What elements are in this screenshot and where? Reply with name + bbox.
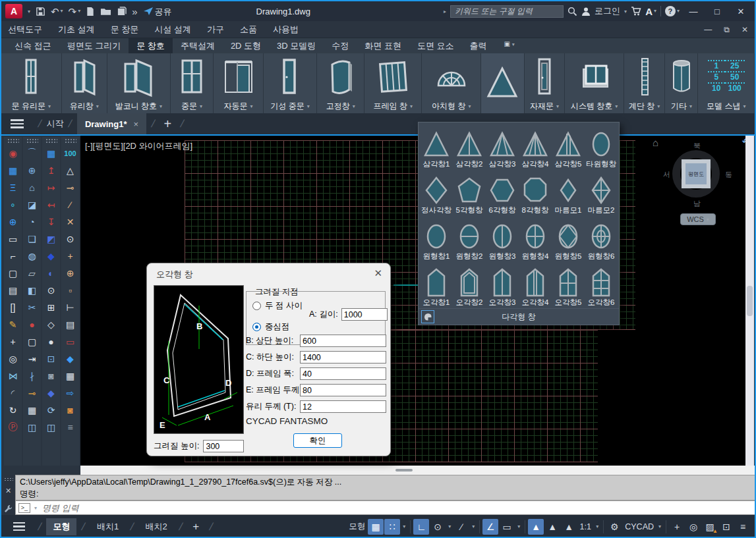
command-drag-grip[interactable] <box>4 477 13 481</box>
window-type-오각창4[interactable]: 오각창4 <box>519 262 552 308</box>
new-tab-button[interactable]: + <box>164 117 172 132</box>
tool-icon[interactable]: + <box>62 248 79 265</box>
ribbon-panel-고정창[interactable]: 고정창▾ <box>317 53 364 113</box>
command-prompt-caret-icon[interactable]: ▾ <box>34 505 37 511</box>
share-icon[interactable]: 공유 <box>143 7 172 16</box>
help-search-input[interactable] <box>450 5 564 18</box>
toolbar-grip[interactable] <box>45 138 57 143</box>
window-minimize-button[interactable]: — <box>683 7 703 16</box>
window-type-원형창6[interactable]: 원형창6 <box>585 216 618 262</box>
layout-tab-배치1[interactable]: 배치1 <box>90 518 125 535</box>
tool-icon[interactable]: ◇ <box>43 316 60 333</box>
ribbon-panel-문 유리문[interactable]: 문 유리문▾ <box>1 53 62 113</box>
tool-icon[interactable]: ⊡ <box>43 350 60 367</box>
tool-icon[interactable]: ▫ <box>62 282 79 299</box>
ribbon-tab[interactable]: 2D 도형 <box>223 38 269 53</box>
tool-icon[interactable]: ▭ <box>62 333 79 350</box>
radio-center-point[interactable] <box>252 323 261 331</box>
window-type-오각창1[interactable]: 오각창1 <box>420 262 453 308</box>
new-drawing-icon[interactable] <box>86 7 95 16</box>
undo-icon[interactable]: ↶▾ <box>51 7 63 16</box>
vertical-scroll-thumb[interactable] <box>747 286 753 316</box>
tool-icon[interactable]: ▦ <box>5 162 22 179</box>
radio-two-points[interactable] <box>252 302 261 310</box>
model-space-indicator[interactable]: 모형 <box>347 519 367 535</box>
tool-icon[interactable]: ▦ <box>24 402 41 419</box>
field-input[interactable] <box>300 367 386 380</box>
search-expand-icon[interactable]: ▸ <box>444 9 446 14</box>
ribbon-panel-label[interactable]: 중문▾ <box>181 100 202 112</box>
tool-icon[interactable]: ◉ <box>5 145 22 162</box>
ribbon-panel-label[interactable]: 시스템 창호▾ <box>571 100 618 112</box>
ribbon-tab[interactable]: 출력 <box>462 38 495 53</box>
tool-icon[interactable]: ⊞ <box>43 299 60 316</box>
horizontal-scrollbar[interactable] <box>80 466 756 475</box>
ribbon-panel-기타[interactable]: 기타▾ <box>665 53 698 113</box>
tool-icon[interactable]: ↥ <box>43 162 60 179</box>
polar-tracking-caret-icon[interactable]: ▾ <box>446 519 453 535</box>
ribbon-panel-시스템 창호[interactable]: 시스템 창호▾ <box>565 53 624 113</box>
command-input[interactable] <box>41 502 754 514</box>
tool-icon[interactable]: ◆ <box>43 248 60 265</box>
tool-icon[interactable]: ⊕ <box>5 213 22 230</box>
pin-flyout-button[interactable] <box>421 310 434 323</box>
add-tool-icon[interactable]: + <box>669 519 685 535</box>
object-snap-extra-toggle-icon[interactable]: ▲ <box>561 519 577 535</box>
menu-item[interactable]: 기초 설계 <box>58 24 95 36</box>
tool-icon[interactable]: ↦ <box>43 179 60 196</box>
workspace-caret-icon[interactable]: ▾ <box>656 519 663 535</box>
ribbon-tab[interactable]: 도면 요소 <box>409 38 462 53</box>
tool-icon[interactable]: ⊢ <box>62 299 79 316</box>
window-type-5각형창[interactable]: 5각형창 <box>453 170 486 216</box>
compass-south-label[interactable]: 남 <box>693 199 701 209</box>
ribbon-panel-아치형 창[interactable]: 아치형 창▾ <box>422 53 481 113</box>
ribbon-panel-모델 스냅[interactable]: 12555010100모델 스냅▾ <box>698 53 755 113</box>
ok-button[interactable]: 확인 <box>293 433 342 448</box>
tool-icon[interactable]: ◫ <box>24 419 41 436</box>
ribbon-panel-프레임 창[interactable]: 프레임 창▾ <box>364 53 422 113</box>
window-type-마름모1[interactable]: 마름모1 <box>552 170 585 216</box>
ribbon-panel-label[interactable]: 모델 스냅▾ <box>707 100 745 112</box>
tool-icon[interactable]: ◐ <box>43 265 60 282</box>
window-type-오각창6[interactable]: 오각창6 <box>585 262 618 308</box>
tool-icon[interactable]: ◩ <box>43 230 60 248</box>
object-snap-3d-toggle-icon[interactable]: ▲ <box>544 519 560 535</box>
tool-icon[interactable]: ▢ <box>5 265 22 282</box>
tool-icon[interactable]: ↻ <box>5 402 22 419</box>
window-type-오각창2[interactable]: 오각창2 <box>453 262 486 308</box>
tool-icon[interactable]: ▭ <box>5 230 22 248</box>
tool-icon[interactable]: ⋈ <box>5 367 22 385</box>
doc-close-button[interactable]: ✕ <box>741 25 748 34</box>
tool-icon[interactable]: ◆ <box>62 350 79 367</box>
tool-icon[interactable]: + <box>5 333 22 350</box>
viewcube-face[interactable]: 평면도 <box>682 159 711 188</box>
command-wrench-icon[interactable] <box>4 504 13 513</box>
tool-icon[interactable]: △ <box>62 162 79 179</box>
ribbon-panel-label[interactable]: 유리창▾ <box>70 100 99 112</box>
dynamic-input-toggle-icon[interactable]: ▭ <box>499 519 515 535</box>
field-input[interactable] <box>300 384 386 396</box>
model-snap-value[interactable]: 1 <box>708 60 725 70</box>
model-snap-value[interactable]: 25 <box>725 60 745 70</box>
isodraft-toggle-icon[interactable]: ∕ <box>453 519 469 535</box>
toolbar-grip[interactable] <box>7 138 19 143</box>
layout-tab-모형[interactable]: 모형 <box>46 518 76 535</box>
tool-icon[interactable]: ◔ <box>24 213 41 230</box>
user-icon[interactable] <box>581 7 591 16</box>
draw-height-input[interactable] <box>203 440 244 452</box>
tab-drawing1[interactable]: Drawing1*× <box>77 113 146 134</box>
viewcube-home-icon[interactable]: ⌂ <box>653 137 658 148</box>
tool-icon[interactable]: ✂ <box>24 299 41 316</box>
field-input[interactable] <box>300 351 386 363</box>
window-type-원형창1[interactable]: 원형창1 <box>420 216 453 262</box>
snap-mode-caret-icon[interactable]: ▾ <box>401 519 407 535</box>
tab-start[interactable]: 시작 <box>46 118 63 130</box>
window-type-원형창2[interactable]: 원형창2 <box>453 216 486 262</box>
tool-icon[interactable]: ⌂ <box>24 179 41 196</box>
ribbon-panel-계단 창[interactable]: 계단 창▾ <box>624 53 666 113</box>
menu-item[interactable]: 가구 <box>207 24 224 36</box>
isodraft-caret-icon[interactable]: ▾ <box>470 519 477 535</box>
polar-tracking-toggle-icon[interactable]: ⊙ <box>430 519 446 535</box>
annotation-scale-caret-icon[interactable]: ▾ <box>594 519 600 535</box>
doc-minimize-button[interactable]: — <box>704 25 712 34</box>
